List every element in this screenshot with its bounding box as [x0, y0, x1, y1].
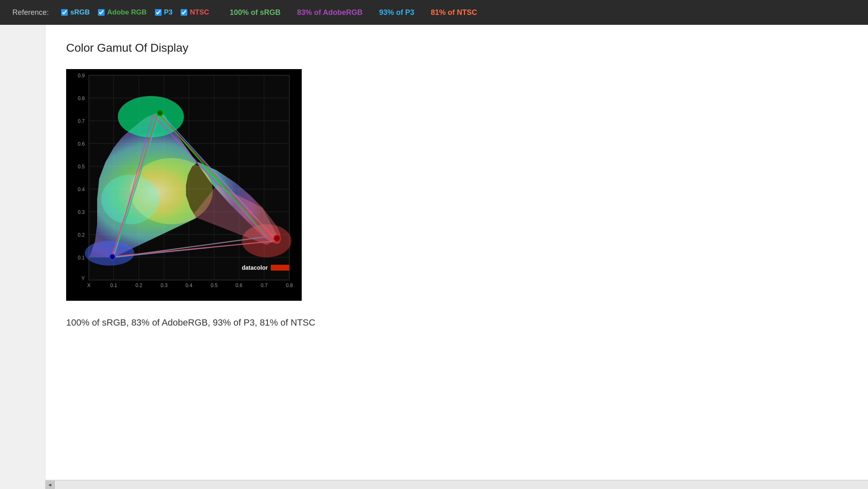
svg-text:0.4: 0.4 [78, 187, 85, 192]
svg-text:0.5: 0.5 [78, 164, 85, 170]
svg-point-32 [110, 254, 115, 260]
scrollbar[interactable]: ◄ [45, 480, 868, 489]
svg-text:0.6: 0.6 [236, 283, 243, 288]
svg-text:0.3: 0.3 [161, 283, 168, 288]
checkbox-ntsc[interactable] [181, 9, 187, 16]
checkbox-adobe[interactable] [98, 9, 105, 16]
section-title: Color Gamut Of Display [66, 41, 847, 55]
svg-text:0.8: 0.8 [286, 283, 293, 288]
checkbox-group-srgb: sRGB [61, 8, 90, 17]
svg-text:0.2: 0.2 [136, 283, 143, 288]
checkbox-group-p3: P3 [155, 8, 173, 17]
summary-text: 100% of sRGB, 83% of AdobeRGB, 93% of P3… [66, 317, 847, 328]
svg-text:X: X [87, 283, 91, 288]
scroll-left-button[interactable]: ◄ [45, 481, 55, 489]
svg-text:0.1: 0.1 [110, 283, 117, 288]
svg-text:0.2: 0.2 [78, 232, 85, 238]
checkbox-adobe-label: Adobe RGB [107, 8, 146, 17]
chart-svg: datacolor 0.9 0.8 0.7 0.6 0.5 0.4 0.3 0.… [66, 69, 302, 301]
stat-ntsc: 81% of NTSC [431, 8, 477, 17]
svg-point-31 [274, 235, 280, 241]
svg-text:0.6: 0.6 [78, 141, 85, 147]
color-gamut-chart: datacolor 0.9 0.8 0.7 0.6 0.5 0.4 0.3 0.… [66, 69, 302, 301]
toolbar: Reference: sRGB Adobe RGB P3 NTSC 100% o… [0, 0, 868, 25]
checkbox-p3-label: P3 [164, 8, 173, 17]
stat-adobe: 83% of AdobeRGB [297, 8, 362, 17]
checkbox-p3[interactable] [155, 9, 162, 16]
reference-label: Reference: [12, 8, 49, 17]
content-area: Color Gamut Of Display [45, 25, 868, 489]
svg-text:0.4: 0.4 [186, 283, 193, 288]
checkbox-srgb[interactable] [61, 9, 68, 16]
stat-p3: 93% of P3 [379, 8, 414, 17]
stat-srgb: 100% of sRGB [230, 8, 281, 17]
svg-text:0.7: 0.7 [78, 118, 85, 124]
svg-text:0.9: 0.9 [78, 73, 85, 79]
checkbox-group-ntsc: NTSC [181, 8, 209, 17]
svg-point-30 [157, 110, 163, 116]
svg-text:datacolor: datacolor [242, 264, 268, 271]
svg-text:0.1: 0.1 [78, 255, 85, 261]
main-layout: Color Gamut Of Display [0, 25, 868, 489]
svg-rect-34 [271, 265, 289, 271]
checkbox-srgb-label: sRGB [70, 8, 90, 17]
svg-text:Y: Y [81, 276, 85, 281]
svg-point-21 [85, 241, 134, 266]
svg-text:0.5: 0.5 [211, 283, 218, 288]
checkbox-ntsc-label: NTSC [190, 8, 209, 17]
svg-text:0.8: 0.8 [78, 96, 85, 101]
svg-text:0.3: 0.3 [78, 209, 85, 215]
svg-text:0.7: 0.7 [261, 283, 268, 288]
scroll-track[interactable] [55, 480, 868, 489]
sidebar [0, 25, 45, 489]
checkbox-group-adobe: Adobe RGB [98, 8, 146, 17]
